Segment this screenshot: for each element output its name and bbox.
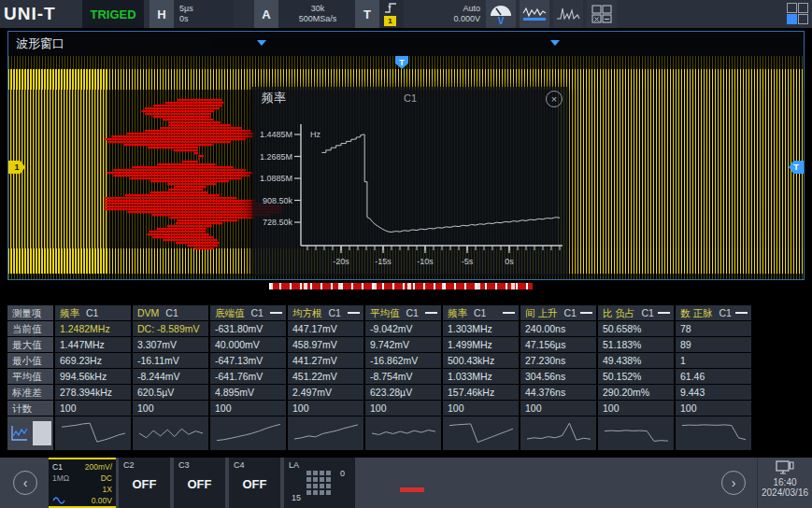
- channel4-box[interactable]: C4 OFF: [229, 458, 280, 508]
- logic-analyzer-box[interactable]: LA 0 15: [284, 458, 355, 508]
- measure-row-label: 测量项: [7, 305, 53, 320]
- measure-cell: 4.895mV: [210, 385, 286, 400]
- gauge-icon: [489, 4, 513, 17]
- measure-cell: 44.376ns: [520, 385, 596, 400]
- memory-depth: 30k: [311, 4, 325, 14]
- la-last-channel: 15: [292, 493, 301, 502]
- svg-text:-20s: -20s: [333, 257, 349, 266]
- measure-cell: 500.43kHz: [443, 353, 519, 368]
- calculator-button[interactable]: [587, 0, 617, 28]
- measure-cell: 51.183%: [598, 337, 674, 352]
- trigger-menu-button[interactable]: T: [355, 0, 379, 28]
- measure-row-label: 当前值: [7, 321, 53, 336]
- measure-cell: 304.56ns: [520, 369, 596, 384]
- measure-column-header[interactable]: 均方根C1: [288, 305, 363, 320]
- measure-trend-thumbnail[interactable]: [55, 416, 131, 450]
- la-label: LA: [289, 460, 299, 470]
- measure-cell: 157.46kHz: [443, 385, 519, 400]
- chevron-down-icon[interactable]: [550, 40, 560, 46]
- window-layout-button[interactable]: [787, 3, 809, 25]
- trend-select-button[interactable]: [33, 421, 51, 445]
- close-icon[interactable]: ×: [546, 91, 563, 107]
- measure-cell: -9.042mV: [365, 321, 441, 336]
- channel3-box[interactable]: C3 OFF: [174, 458, 225, 508]
- la-bit-square: [326, 484, 331, 488]
- measure-cell: 1.2482MHz: [55, 321, 131, 336]
- minimized-indicator[interactable]: [400, 487, 424, 492]
- popup-titlebar[interactable]: 频率 C1 ×: [252, 87, 568, 109]
- horizontal-settings[interactable]: 5µs 0s: [174, 0, 234, 28]
- trigger-settings[interactable]: 1: [379, 0, 404, 28]
- channel2-box[interactable]: C2 OFF: [119, 458, 170, 508]
- clock-block: 16:40 2024/03/16: [757, 458, 812, 508]
- chevron-down-icon[interactable]: [257, 40, 266, 46]
- stat-line-icon: [348, 312, 360, 314]
- la-bit-square: [320, 477, 324, 482]
- trend-chart-icon[interactable]: [10, 424, 29, 443]
- measure-column-header[interactable]: 频率C1: [443, 305, 519, 320]
- trigger-mode-level: Auto 0.000V: [419, 0, 484, 28]
- ch2-state: OFF: [123, 477, 165, 491]
- acquire-settings[interactable]: 30k 500MSa/s: [278, 0, 357, 28]
- acquire-menu-button[interactable]: A: [254, 0, 278, 28]
- measure-column-header[interactable]: 间 上升C1: [520, 305, 596, 320]
- ch1-coupling: DC: [101, 473, 112, 484]
- dvm-button[interactable]: V: [486, 0, 516, 28]
- ch1-label: C1: [52, 461, 63, 473]
- measure-column-header[interactable]: DVMC1: [133, 305, 208, 320]
- measure-column-header[interactable]: 频率C1: [55, 305, 131, 320]
- measure-column-header[interactable]: 平均值C1: [365, 305, 441, 320]
- measure-trend-thumbnail[interactable]: [598, 416, 674, 450]
- measure-cell: 2.497mV: [288, 385, 363, 400]
- measure-trend-thumbnail[interactable]: [676, 416, 751, 450]
- measure-button[interactable]: [520, 0, 549, 28]
- measure-cell: 100: [288, 401, 363, 416]
- measure-cell: 78: [676, 321, 751, 336]
- measure-trend-thumbnail[interactable]: [520, 416, 596, 450]
- waveform-display-area[interactable]: 1 T T 频率 C1 × 1.4485M1.2685M1.0885M908.5…: [8, 56, 804, 279]
- ch1-probe: 1X: [103, 484, 112, 495]
- measure-cell: 89: [676, 337, 751, 352]
- measure-cell: 1.447MHz: [55, 337, 131, 352]
- stat-line-icon: [270, 312, 282, 314]
- svg-text:-10s: -10s: [417, 257, 434, 266]
- measure-cell: 441.27mV: [288, 353, 363, 368]
- measure-column-header[interactable]: 底端值C1: [210, 305, 286, 320]
- horizontal-scale: 5µs: [179, 4, 228, 14]
- measure-cell: DC: -8.589mV: [133, 321, 208, 336]
- la-bit-square: [313, 477, 318, 482]
- frequency-trend-popup[interactable]: 频率 C1 × 1.4485M1.2685M1.0885M908.50k728.…: [252, 87, 568, 276]
- measure-trend-thumbnail[interactable]: [288, 416, 363, 450]
- trigger-mode: Auto: [463, 4, 480, 14]
- measure-cell: 100: [210, 401, 286, 416]
- measure-column-header[interactable]: 数 正脉C1: [676, 305, 751, 320]
- waveform-window-title: 波形窗口: [16, 35, 64, 52]
- measure-cell: 100: [520, 401, 596, 416]
- sample-rate: 500MSa/s: [299, 14, 337, 24]
- measure-trend-thumbnail[interactable]: [365, 416, 441, 450]
- la-bit-square: [313, 484, 318, 488]
- next-page-button[interactable]: ›: [721, 471, 746, 495]
- horizontal-menu-button[interactable]: H: [150, 0, 174, 28]
- fft-button[interactable]: [553, 0, 583, 28]
- svg-text:1.2685M: 1.2685M: [260, 152, 292, 162]
- layout-square-icon: [798, 14, 808, 24]
- measure-column-header[interactable]: 比 负占C1: [598, 305, 674, 320]
- measure-cell: -8.754mV: [365, 369, 441, 384]
- fft-wave-icon: [556, 6, 580, 22]
- measure-cell: 100: [55, 401, 131, 416]
- channel1-box[interactable]: C1 200mV/ 1MΩ DC 1X 0.00V: [49, 458, 116, 508]
- waveform-window-dropdown-bar[interactable]: [212, 38, 799, 49]
- la-channel-grid-icon: [306, 471, 335, 495]
- trigger-slope-icon: [384, 2, 398, 14]
- ch1-waveform-dense-left: [10, 69, 107, 274]
- measure-trend-thumbnail[interactable]: [133, 416, 208, 450]
- measure-trend-thumbnail[interactable]: [210, 416, 286, 450]
- prev-page-button[interactable]: ‹: [13, 471, 37, 495]
- top-status-bar: UNI-T TRIGED H 5µs 0s A 30k 500MSa/s T 1…: [0, 0, 812, 28]
- time-label: 16:40: [773, 477, 796, 487]
- la-bit-square: [313, 490, 318, 495]
- measure-cell: -16.11mV: [133, 353, 208, 368]
- measure-trend-thumbnail[interactable]: [443, 416, 519, 450]
- measure-cell: 100: [365, 401, 441, 416]
